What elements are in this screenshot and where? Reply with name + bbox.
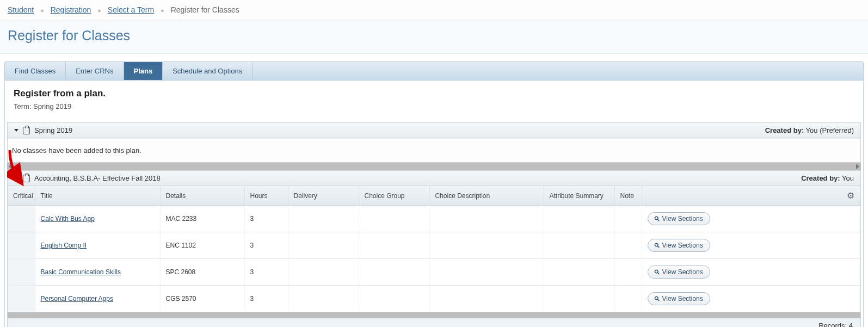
cell-title: Personal Computer Apps	[35, 286, 160, 312]
table-row: Calc With Bus AppMAC 22333⚲View Sections	[8, 206, 860, 232]
col-choice-group[interactable]: Choice Group	[359, 186, 429, 206]
col-details[interactable]: Details	[160, 186, 244, 206]
cell-hours: 3	[244, 286, 288, 312]
search-icon: ⚲	[652, 268, 661, 276]
breadcrumb: Student ● Registration ● Select a Term ●…	[0, 0, 868, 20]
breadcrumb-student[interactable]: Student	[8, 5, 34, 14]
cell-action: ⚲View Sections	[642, 232, 860, 259]
breadcrumb-registration[interactable]: Registration	[51, 5, 91, 14]
view-sections-button[interactable]: ⚲View Sections	[648, 212, 710, 225]
cell-action: ⚲View Sections	[642, 206, 860, 232]
view-sections-button[interactable]: ⚲View Sections	[648, 292, 710, 305]
cell-action: ⚲View Sections	[642, 286, 860, 312]
course-title-link[interactable]: Basic Communication Skills	[41, 268, 121, 276]
breadcrumb-separator-icon: ●	[97, 7, 101, 14]
tab-enter-crns[interactable]: Enter CRNs	[66, 62, 124, 80]
table-row: English Comp IIENC 11023⚲View Sections	[8, 232, 860, 259]
view-sections-label: View Sections	[662, 242, 703, 249]
plan-created-by: Created by: You	[801, 174, 854, 182]
records-count: Records: 4	[8, 318, 860, 327]
cell-choice-group	[359, 206, 429, 232]
plan-courses-table: Critical In Title Details Hours Delivery…	[8, 186, 860, 312]
cell-choice-desc	[429, 286, 544, 312]
tab-schedule-options[interactable]: Schedule and Options	[163, 62, 253, 80]
plan-intro-heading: Register from a plan.	[14, 88, 854, 99]
col-delivery[interactable]: Delivery	[288, 186, 359, 206]
clipboard-icon	[23, 175, 30, 182]
cell-attr-summary	[544, 232, 614, 259]
page-title: Register for Classes	[0, 20, 868, 54]
cell-critical	[8, 232, 35, 259]
cell-choice-desc	[429, 232, 544, 259]
course-title-link[interactable]: Calc With Bus App	[41, 215, 95, 223]
cell-critical	[8, 259, 35, 286]
horizontal-scrollbar[interactable]	[7, 163, 861, 170]
breadcrumb-separator-icon: ●	[40, 7, 44, 14]
cell-delivery	[288, 232, 359, 259]
plan-title: Accounting, B.S.B.A- Effective Fall 2018	[34, 174, 161, 182]
view-sections-label: View Sections	[662, 215, 703, 223]
chevron-down-icon[interactable]	[14, 129, 19, 132]
cell-title: English Comp II	[35, 232, 160, 259]
breadcrumb-select-term[interactable]: Select a Term	[108, 5, 154, 14]
cell-note	[614, 259, 642, 286]
plan-accounting-bsba: Accounting, B.S.B.A- Effective Fall 2018…	[7, 170, 861, 327]
scroll-left-icon[interactable]	[9, 164, 12, 169]
cell-hours: 3	[244, 259, 288, 286]
horizontal-scrollbar[interactable]	[8, 312, 860, 318]
cell-attr-summary	[544, 259, 614, 286]
col-title[interactable]: Title	[35, 186, 160, 206]
cell-hours: 3	[244, 232, 288, 259]
plan-intro-term: Term: Spring 2019	[14, 102, 854, 110]
chevron-down-icon[interactable]	[14, 177, 19, 180]
cell-critical	[8, 206, 35, 232]
view-sections-button[interactable]: ⚲View Sections	[648, 266, 710, 279]
tabs: Find Classes Enter CRNs Plans Schedule a…	[4, 61, 864, 81]
cell-title: Calc With Bus App	[35, 206, 160, 232]
cell-action: ⚲View Sections	[642, 259, 860, 286]
cell-note	[614, 206, 642, 232]
cell-details: SPC 2608	[160, 259, 244, 286]
cell-hours: 3	[244, 206, 288, 232]
cell-choice-group	[359, 286, 429, 312]
col-attr-summary[interactable]: Attribute Summary	[544, 186, 614, 206]
search-icon: ⚲	[652, 214, 661, 223]
cell-details: ENC 1102	[160, 232, 244, 259]
tab-content-plans: Register from a plan. Term: Spring 2019 …	[4, 81, 864, 327]
cell-choice-desc	[429, 206, 544, 232]
cell-note	[614, 232, 642, 259]
plan-empty-message: No classes have been added to this plan.	[7, 138, 861, 163]
view-sections-label: View Sections	[662, 268, 703, 276]
course-title-link[interactable]: English Comp II	[41, 242, 87, 249]
cell-choice-group	[359, 232, 429, 259]
col-critical[interactable]: Critical In	[8, 186, 35, 206]
tab-find-classes[interactable]: Find Classes	[5, 62, 66, 80]
cell-delivery	[288, 286, 359, 312]
tab-plans[interactable]: Plans	[124, 62, 163, 80]
table-row: Personal Computer AppsCGS 25703⚲View Sec…	[8, 286, 860, 312]
cell-attr-summary	[544, 286, 614, 312]
col-choice-desc[interactable]: Choice Description	[429, 186, 544, 206]
view-sections-button[interactable]: ⚲View Sections	[648, 239, 710, 252]
scroll-right-icon[interactable]	[856, 164, 859, 169]
gear-icon[interactable]: ⚙	[847, 191, 854, 200]
cell-critical	[8, 286, 35, 312]
cell-choice-group	[359, 259, 429, 286]
search-icon: ⚲	[652, 241, 661, 250]
cell-title: Basic Communication Skills	[35, 259, 160, 286]
cell-note	[614, 286, 642, 312]
col-hours[interactable]: Hours	[244, 186, 288, 206]
col-actions: ⚙	[642, 186, 860, 206]
view-sections-label: View Sections	[662, 295, 703, 303]
search-icon: ⚲	[652, 294, 661, 303]
plan-spring-2019: Spring 2019 Created by: You (Preferred) …	[7, 122, 861, 170]
course-title-link[interactable]: Personal Computer Apps	[41, 295, 113, 303]
cell-details: CGS 2570	[160, 286, 244, 312]
cell-delivery	[288, 259, 359, 286]
cell-attr-summary	[544, 206, 614, 232]
breadcrumb-separator-icon: ●	[161, 7, 164, 14]
plan-created-by: Created by: You (Preferred)	[765, 126, 854, 134]
col-note[interactable]: Note	[614, 186, 642, 206]
table-row: Basic Communication SkillsSPC 26083⚲View…	[8, 259, 860, 286]
cell-details: MAC 2233	[160, 206, 244, 232]
